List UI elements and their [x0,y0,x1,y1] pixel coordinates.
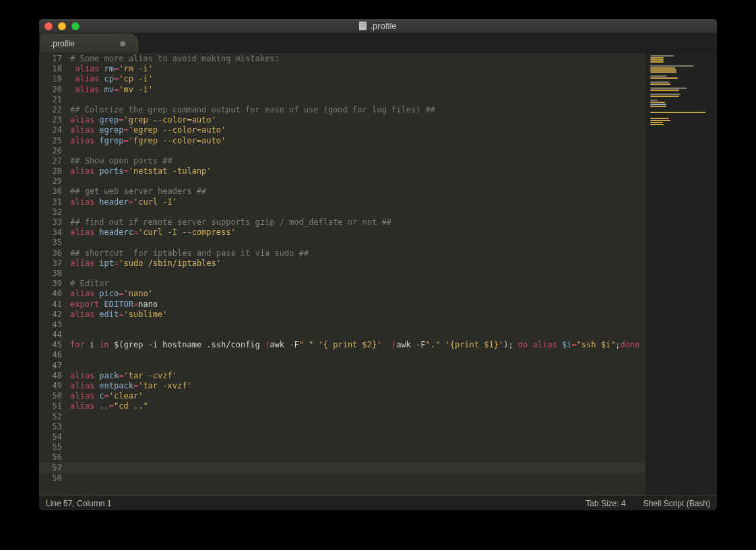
line-number: 51 [39,401,66,411]
code-line[interactable]: alias header='curl -I' [70,197,645,207]
code-line[interactable] [70,146,645,156]
line-number: 19 [39,74,66,84]
code-line[interactable]: for i in $(grep -i hostname .ssh/config … [70,340,645,350]
line-number: 41 [39,300,66,310]
code-line[interactable] [70,238,645,248]
line-number: 38 [39,269,66,279]
status-syntax[interactable]: Shell Script (Bash) [643,499,710,508]
code-line[interactable]: alias ports='netstat -tulanp' [70,166,645,176]
code-line[interactable] [70,473,645,483]
editor-area: 1718192021222324252627282930313233343536… [39,53,717,495]
line-number: 23 [39,115,66,125]
close-icon[interactable] [44,22,53,30]
code-line[interactable]: alias rm='rm -i' [70,64,645,74]
code-line[interactable]: alias grep='grep --color=auto' [70,115,645,125]
window-title-text: .profile [370,21,396,31]
code-line[interactable] [70,350,645,360]
code-line[interactable]: # Some more alias to avoid making mistak… [70,54,645,64]
line-number: 35 [39,238,66,248]
line-number: 50 [39,391,66,401]
line-number: 57 [39,463,66,473]
line-number: 25 [39,136,66,146]
code-line[interactable]: ## shortcut for iptables and pass it via… [70,248,645,259]
code-line[interactable] [70,269,645,279]
code-line[interactable]: export EDITOR=nano [70,300,645,310]
code-line[interactable]: alias edit='sublime' [70,310,645,320]
minimize-icon[interactable] [58,22,66,30]
line-number: 24 [39,125,66,135]
code-line[interactable]: alias pico='nano' [70,289,645,299]
code-line[interactable]: alias ipt='sudo /sbin/iptables' [70,259,645,269]
line-number: 46 [39,350,66,360]
line-number: 37 [39,259,66,269]
line-number: 39 [39,279,66,289]
code-line[interactable]: # Editor [70,279,645,289]
traffic-lights [39,22,80,30]
code-line[interactable] [70,442,645,452]
code-line[interactable]: alias fgrep='fgrep --color=auto' [70,136,645,146]
code-line[interactable] [66,463,645,473]
code-line[interactable] [70,207,645,217]
line-number: 47 [39,361,66,371]
zoom-icon[interactable] [71,22,80,30]
code-line[interactable]: alias headerc='curl -I --compress' [70,228,645,238]
line-number: 56 [39,452,66,462]
code-line[interactable] [70,320,645,330]
line-number: 22 [39,105,66,115]
line-number: 29 [39,176,66,186]
code-line[interactable]: alias entpack='tar -xvzf' [70,381,645,391]
line-number: 40 [39,289,66,299]
code-line[interactable] [70,95,645,105]
tab-profile[interactable]: .profile [40,34,138,53]
line-number: 28 [39,166,66,176]
line-number: 21 [39,95,66,105]
code-line[interactable]: alias c='clear' [70,391,645,401]
code-line[interactable] [70,361,645,371]
code-line[interactable] [70,176,645,186]
code-line[interactable]: alias egrep='egrep --color=auto' [70,125,645,135]
code-editor[interactable]: # Some more alias to avoid making mistak… [66,53,645,495]
code-line[interactable]: alias ..="cd .." [70,401,645,411]
line-number: 58 [39,473,66,483]
line-number: 31 [39,197,66,207]
code-line[interactable] [70,452,645,462]
code-line[interactable] [70,422,645,432]
code-line[interactable]: ## get web server headers ## [70,186,645,197]
line-number: 27 [39,156,66,166]
line-number: 44 [39,330,66,340]
document-icon [359,22,367,30]
line-number: 42 [39,310,66,320]
line-number: 34 [39,228,66,238]
minimap-content [650,55,713,126]
code-line[interactable]: alias pack='tar -cvzf' [70,371,645,381]
code-line[interactable]: ## Colorize the grep command output for … [70,105,645,115]
line-number: 53 [39,422,66,432]
line-number: 49 [39,381,66,391]
line-number: 20 [39,85,66,95]
line-number: 17 [39,54,66,64]
window-title: .profile [39,21,717,31]
line-number: 32 [39,207,66,217]
code-line[interactable] [70,432,645,442]
code-line[interactable]: ## Show open ports ## [70,156,645,166]
line-number: 30 [39,186,66,197]
line-number: 33 [39,217,66,228]
line-number: 52 [39,412,66,422]
code-line[interactable] [70,412,645,422]
line-number: 55 [39,442,66,452]
minimap[interactable] [645,53,717,495]
line-number: 45 [39,340,66,350]
status-bar: Line 57, Column 1 Tab Size: 4 Shell Scri… [39,495,717,510]
code-line[interactable]: alias mv='mv -i' [70,85,645,95]
line-number: 43 [39,320,66,330]
line-number-gutter: 1718192021222324252627282930313233343536… [39,53,66,495]
titlebar: .profile [39,19,717,34]
tab-bar: .profile [39,34,717,53]
status-tabsize[interactable]: Tab Size: 4 [586,499,625,508]
code-line[interactable]: alias cp='cp -i' [70,74,645,84]
code-line[interactable] [70,330,645,340]
dirty-indicator-icon [120,41,125,46]
status-cursor[interactable]: Line 57, Column 1 [46,499,111,508]
line-number: 36 [39,248,66,259]
code-line[interactable]: ## find out if remote server supports gz… [70,217,645,228]
